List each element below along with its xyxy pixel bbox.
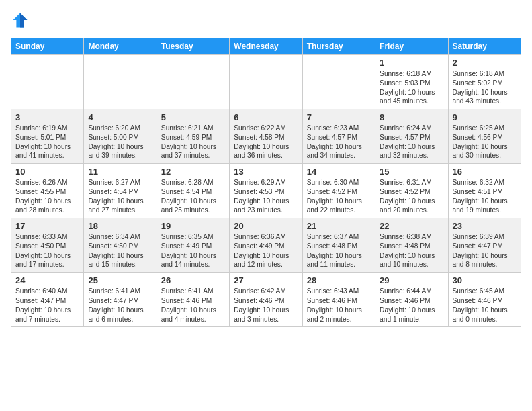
cell-info: Sunset: 4:47 PM bbox=[453, 242, 517, 251]
cell-info: Sunset: 4:51 PM bbox=[453, 187, 517, 197]
cell-info: Sunset: 4:52 PM bbox=[380, 187, 443, 197]
weekday-header-wednesday: Wednesday bbox=[230, 38, 302, 55]
empty-cell bbox=[84, 55, 157, 109]
header-row: SundayMondayTuesdayWednesdayThursdayFrid… bbox=[11, 38, 521, 55]
cell-info: and 1 minute. bbox=[380, 315, 443, 324]
weekday-header-friday: Friday bbox=[375, 38, 448, 55]
day-cell-15: 15Sunrise: 6:31 AMSunset: 4:52 PMDayligh… bbox=[375, 164, 448, 218]
weekday-header-tuesday: Tuesday bbox=[157, 38, 229, 55]
cell-info: Sunset: 4:48 PM bbox=[307, 242, 371, 251]
cell-info: Daylight: 10 hours bbox=[234, 251, 298, 261]
cell-info: Sunrise: 6:23 AM bbox=[307, 124, 371, 133]
cell-info: Sunrise: 6:33 AM bbox=[15, 232, 79, 242]
cell-info: Sunset: 5:01 PM bbox=[15, 133, 79, 142]
cell-info: Daylight: 10 hours bbox=[234, 306, 298, 315]
week-row-4: 17Sunrise: 6:33 AMSunset: 4:50 PMDayligh… bbox=[11, 218, 521, 273]
cell-info: Daylight: 10 hours bbox=[380, 251, 443, 261]
cell-info: Sunrise: 6:18 AM bbox=[380, 69, 443, 79]
day-number: 26 bbox=[161, 275, 225, 285]
cell-info: Sunrise: 6:31 AM bbox=[380, 178, 443, 187]
calendar-header: SundayMondayTuesdayWednesdayThursdayFrid… bbox=[11, 38, 521, 55]
day-number: 9 bbox=[453, 112, 517, 122]
cell-info: and 12 minutes. bbox=[234, 260, 298, 269]
day-number: 28 bbox=[307, 275, 371, 285]
day-number: 2 bbox=[453, 58, 517, 68]
cell-info: Sunrise: 6:36 AM bbox=[234, 232, 298, 242]
week-row-2: 3Sunrise: 6:19 AMSunset: 5:01 PMDaylight… bbox=[11, 109, 521, 164]
day-number: 19 bbox=[161, 221, 225, 231]
logo bbox=[11, 11, 32, 30]
cell-info: Sunrise: 6:27 AM bbox=[88, 178, 152, 187]
day-number: 14 bbox=[307, 167, 371, 177]
day-number: 21 bbox=[307, 221, 371, 231]
cell-info: Sunset: 5:03 PM bbox=[380, 79, 443, 88]
cell-info: Sunrise: 6:20 AM bbox=[88, 124, 152, 133]
day-number: 8 bbox=[380, 112, 443, 122]
cell-info: Sunrise: 6:37 AM bbox=[307, 232, 371, 242]
cell-info: Sunrise: 6:21 AM bbox=[161, 124, 225, 133]
day-number: 6 bbox=[234, 112, 298, 122]
cell-info: Daylight: 10 hours bbox=[307, 306, 371, 315]
day-number: 27 bbox=[234, 275, 298, 285]
cell-info: Sunrise: 6:32 AM bbox=[453, 178, 517, 187]
cell-info: and 3 minutes. bbox=[234, 315, 298, 324]
day-cell-8: 8Sunrise: 6:24 AMSunset: 4:57 PMDaylight… bbox=[375, 109, 448, 164]
cell-info: and 43 minutes. bbox=[453, 97, 517, 106]
cell-info: Daylight: 10 hours bbox=[453, 306, 517, 315]
cell-info: Daylight: 10 hours bbox=[88, 197, 152, 206]
day-number: 12 bbox=[161, 167, 225, 177]
svg-marker-1 bbox=[20, 13, 28, 28]
cell-info: Sunset: 5:02 PM bbox=[453, 79, 517, 88]
logo-icon bbox=[11, 11, 30, 30]
day-cell-2: 2Sunrise: 6:18 AMSunset: 5:02 PMDaylight… bbox=[448, 55, 521, 109]
cell-info: and 14 minutes. bbox=[161, 260, 225, 269]
cell-info: Daylight: 10 hours bbox=[161, 197, 225, 206]
cell-info: Sunset: 4:46 PM bbox=[453, 296, 517, 306]
day-cell-5: 5Sunrise: 6:21 AMSunset: 4:59 PMDaylight… bbox=[157, 109, 229, 164]
cell-info: Daylight: 10 hours bbox=[453, 88, 517, 97]
cell-info: and 23 minutes. bbox=[234, 205, 298, 215]
cell-info: Daylight: 10 hours bbox=[15, 197, 79, 206]
weekday-header-thursday: Thursday bbox=[302, 38, 375, 55]
day-number: 24 bbox=[15, 275, 79, 285]
cell-info: Sunset: 4:50 PM bbox=[88, 242, 152, 251]
week-row-5: 24Sunrise: 6:40 AMSunset: 4:47 PMDayligh… bbox=[11, 273, 521, 327]
day-number: 20 bbox=[234, 221, 298, 231]
day-cell-28: 28Sunrise: 6:43 AMSunset: 4:46 PMDayligh… bbox=[302, 273, 375, 327]
cell-info: Sunrise: 6:40 AM bbox=[15, 287, 79, 296]
cell-info: Daylight: 10 hours bbox=[453, 142, 517, 152]
cell-info: and 36 minutes. bbox=[234, 151, 298, 161]
day-cell-14: 14Sunrise: 6:30 AMSunset: 4:52 PMDayligh… bbox=[302, 164, 375, 218]
cell-info: and 41 minutes. bbox=[15, 151, 79, 161]
day-cell-16: 16Sunrise: 6:32 AMSunset: 4:51 PMDayligh… bbox=[448, 164, 521, 218]
day-number: 13 bbox=[234, 167, 298, 177]
cell-info: Sunrise: 6:43 AM bbox=[307, 287, 371, 296]
cell-info: Sunset: 4:47 PM bbox=[88, 296, 152, 306]
cell-info: and 11 minutes. bbox=[307, 260, 371, 269]
cell-info: Daylight: 10 hours bbox=[380, 197, 443, 206]
day-number: 18 bbox=[88, 221, 152, 231]
cell-info: Sunset: 4:56 PM bbox=[453, 133, 517, 142]
day-number: 1 bbox=[380, 58, 443, 68]
day-cell-18: 18Sunrise: 6:34 AMSunset: 4:50 PMDayligh… bbox=[84, 218, 157, 273]
day-cell-12: 12Sunrise: 6:28 AMSunset: 4:54 PMDayligh… bbox=[157, 164, 229, 218]
cell-info: Sunset: 4:58 PM bbox=[234, 133, 298, 142]
day-number: 29 bbox=[380, 275, 443, 285]
day-number: 3 bbox=[15, 112, 79, 122]
day-cell-13: 13Sunrise: 6:29 AMSunset: 4:53 PMDayligh… bbox=[230, 164, 302, 218]
cell-info: and 8 minutes. bbox=[453, 260, 517, 269]
cell-info: Daylight: 10 hours bbox=[15, 251, 79, 261]
cell-info: Sunrise: 6:22 AM bbox=[234, 124, 298, 133]
day-cell-3: 3Sunrise: 6:19 AMSunset: 5:01 PMDaylight… bbox=[11, 109, 84, 164]
cell-info: Sunrise: 6:41 AM bbox=[161, 287, 225, 296]
cell-info: and 32 minutes. bbox=[380, 151, 443, 161]
cell-info: Sunset: 4:59 PM bbox=[161, 133, 225, 142]
cell-info: Sunset: 4:46 PM bbox=[161, 296, 225, 306]
cell-info: Sunrise: 6:44 AM bbox=[380, 287, 443, 296]
cell-info: Sunrise: 6:19 AM bbox=[15, 124, 79, 133]
cell-info: Sunrise: 6:41 AM bbox=[88, 287, 152, 296]
cell-info: Sunrise: 6:28 AM bbox=[161, 178, 225, 187]
day-cell-26: 26Sunrise: 6:41 AMSunset: 4:46 PMDayligh… bbox=[157, 273, 229, 327]
cell-info: and 2 minutes. bbox=[307, 315, 371, 324]
day-number: 17 bbox=[15, 221, 79, 231]
